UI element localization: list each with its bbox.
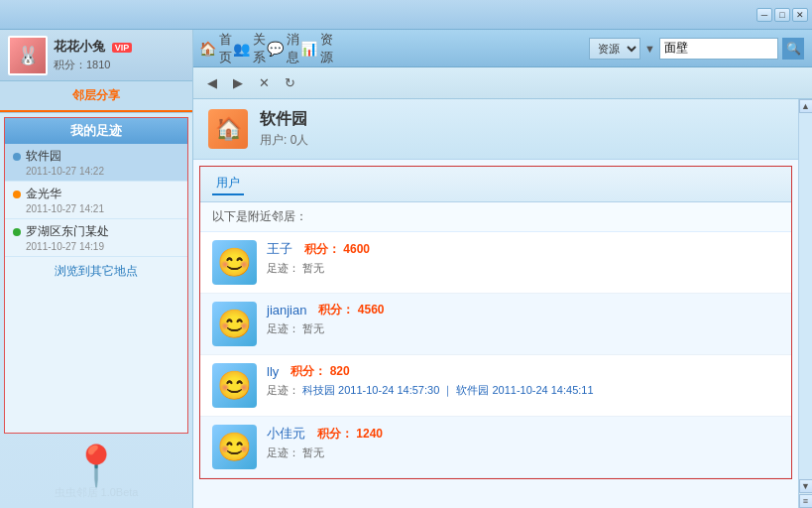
sidebar-nav-share[interactable]: 邻层分享 — [0, 81, 192, 112]
relation-icon: 👥 — [233, 41, 250, 57]
location-user-count: 用户: 0人 — [260, 132, 308, 149]
user-score: 积分： 4600 — [304, 241, 370, 258]
vertical-scrollbar: ▲ ▼ ≡ — [798, 99, 812, 508]
points-label: 积分： — [54, 59, 86, 70]
close-button[interactable]: ✕ — [792, 8, 808, 22]
location-time: 2011-10-27 14:22 — [26, 166, 179, 177]
search-icon: 🔍 — [786, 42, 801, 56]
list-item-name: 软件园 — [13, 148, 179, 165]
location-pin-icon: 📍 — [8, 445, 184, 485]
home-label: 首页 — [219, 31, 232, 66]
watermark-text: 虫虫邻居 1.0Beta — [8, 485, 184, 500]
content-with-scrollbar: 🏠 软件园 用户: 0人 用户 以下是附近邻居： 😊 — [193, 99, 812, 508]
sidebar: 🐰 花花小兔 VIP 积分：1810 邻层分享 我的足迹 — [0, 30, 193, 508]
nearby-label: 以下是附近邻居： — [200, 202, 791, 232]
footprint-places[interactable]: 科技园 2011-10-24 14:57:30 ｜ 软件园 2011-10-24… — [302, 384, 594, 396]
users-section: 用户 以下是附近邻居： 😊 王子 积分： — [199, 166, 792, 479]
tab-users[interactable]: 用户 — [212, 173, 244, 195]
search-separator: ▼ — [644, 43, 655, 55]
browse-other-link[interactable]: 浏览到其它地点 — [5, 257, 187, 286]
scroll-down-button[interactable]: ▼ — [799, 479, 813, 493]
user-avatar: 😊 — [212, 240, 257, 285]
tab-header: 用户 — [200, 167, 791, 202]
content-panel: 🏠 软件园 用户: 0人 用户 以下是附近邻居： 😊 — [193, 99, 798, 508]
title-bar-controls: ─ □ ✕ — [756, 8, 808, 22]
location-name: 罗湖区东门某处 — [26, 223, 109, 240]
user-details: 王子 积分： 4600 足迹： 暂无 — [267, 240, 779, 276]
search-category-select[interactable]: 资源 — [589, 38, 640, 60]
refresh-button[interactable]: ↻ — [279, 72, 300, 94]
search-input[interactable] — [659, 38, 778, 60]
relation-nav-item[interactable]: 👥 关系 — [235, 35, 263, 63]
content-area: 🏠 首页 👥 关系 💬 消息 📊 资源 资源 ▼ — [193, 30, 812, 508]
list-item[interactable]: 罗湖区东门某处 2011-10-27 14:19 — [5, 219, 187, 257]
user-avatar: 😊 — [212, 302, 257, 346]
scroll-up-button[interactable]: ▲ — [799, 99, 813, 113]
search-button[interactable]: 🔍 — [782, 38, 804, 60]
score-value: 1240 — [356, 427, 383, 441]
main-container: 🐰 花花小兔 VIP 积分：1810 邻层分享 我的足迹 — [0, 30, 812, 508]
maximize-button[interactable]: □ — [774, 8, 790, 22]
forward-button[interactable]: ▶ — [227, 72, 249, 94]
user-name-row: lly 积分： 820 — [267, 363, 779, 380]
search-area: 资源 ▼ 🔍 — [589, 38, 804, 60]
user-item: 😊 jianjian 积分： 4560 — [200, 294, 791, 355]
username-text: 花花小兔 — [54, 39, 105, 54]
title-bar: ─ □ ✕ — [0, 0, 812, 30]
list-item[interactable]: 金光华 2011-10-27 14:21 — [5, 182, 187, 219]
message-nav-item[interactable]: 💬 消息 — [269, 35, 296, 63]
username: 花花小兔 VIP — [54, 38, 184, 56]
user-score: 积分： 4560 — [318, 302, 384, 318]
avatar-image: 🐰 — [10, 38, 46, 73]
minimize-button[interactable]: ─ — [756, 8, 772, 22]
score-value: 820 — [330, 364, 350, 378]
user-item: 😊 lly 积分： 820 足迹： — [200, 355, 791, 417]
user-list: 😊 王子 积分： 4600 足迹： — [200, 232, 791, 478]
user-footprint: 足迹： 暂无 — [267, 261, 779, 276]
user-name-row: jianjian 积分： 4560 — [267, 302, 779, 318]
dot-icon — [13, 228, 21, 236]
footprint-label: 足迹： — [267, 384, 299, 396]
section-header: 我的足迹 — [5, 118, 187, 144]
user-name[interactable]: 王子 — [267, 240, 292, 258]
location-info: 软件园 用户: 0人 — [260, 109, 308, 149]
home-nav-item[interactable]: 🏠 首页 — [201, 35, 229, 63]
browser-navigation: ◀ ▶ ✕ ↻ — [193, 67, 812, 99]
user-info: 花花小兔 VIP 积分：1810 — [54, 38, 184, 72]
dot-icon — [13, 153, 21, 161]
user-name[interactable]: 小佳元 — [267, 425, 305, 443]
list-item[interactable]: 软件园 2011-10-27 14:22 — [5, 144, 187, 182]
footprint-label: 足迹： — [267, 322, 299, 334]
footprint-value: 暂无 — [302, 446, 324, 458]
resource-icon: 📊 — [300, 41, 317, 57]
points-value: 1810 — [86, 59, 110, 70]
location-time: 2011-10-27 14:19 — [26, 241, 179, 252]
user-footprint: 足迹： 暂无 — [267, 321, 779, 336]
user-name-row: 小佳元 积分： 1240 — [267, 425, 779, 443]
list-item-name: 罗湖区东门某处 — [13, 223, 179, 240]
location-building-icon: 🏠 — [208, 109, 248, 149]
user-details: lly 积分： 820 足迹： 科技园 2011-10-24 14:57:30 … — [267, 363, 779, 398]
user-footprint: 足迹： 暂无 — [267, 445, 779, 460]
user-avatar: 😊 — [212, 425, 257, 469]
message-label: 消息 — [287, 31, 299, 66]
stop-button[interactable]: ✕ — [253, 72, 275, 94]
score-label: 积分： — [290, 364, 326, 378]
user-name[interactable]: jianjian — [267, 303, 306, 318]
top-navigation: 🏠 首页 👥 关系 💬 消息 📊 资源 资源 ▼ — [193, 30, 812, 67]
user-name-row: 王子 积分： 4600 — [267, 240, 779, 258]
user-profile: 🐰 花花小兔 VIP 积分：1810 — [0, 30, 192, 81]
footprint-value: 暂无 — [302, 322, 324, 334]
my-footprint-section: 我的足迹 软件园 2011-10-27 14:22 金光华 2011-10-27… — [4, 117, 188, 434]
resource-label: 资源 — [320, 31, 333, 66]
user-name[interactable]: lly — [267, 364, 279, 379]
list-item-name: 金光华 — [13, 186, 179, 202]
user-score: 积分： 820 — [290, 363, 349, 380]
score-label: 积分： — [304, 242, 340, 256]
location-name: 金光华 — [26, 186, 61, 202]
scroll-track — [799, 113, 812, 479]
resource-nav-item[interactable]: 📊 资源 — [302, 35, 330, 63]
back-button[interactable]: ◀ — [201, 72, 223, 94]
user-footprint: 足迹： 科技园 2011-10-24 14:57:30 ｜ 软件园 2011-1… — [267, 383, 779, 398]
scroll-bottom-button[interactable]: ≡ — [799, 494, 813, 508]
